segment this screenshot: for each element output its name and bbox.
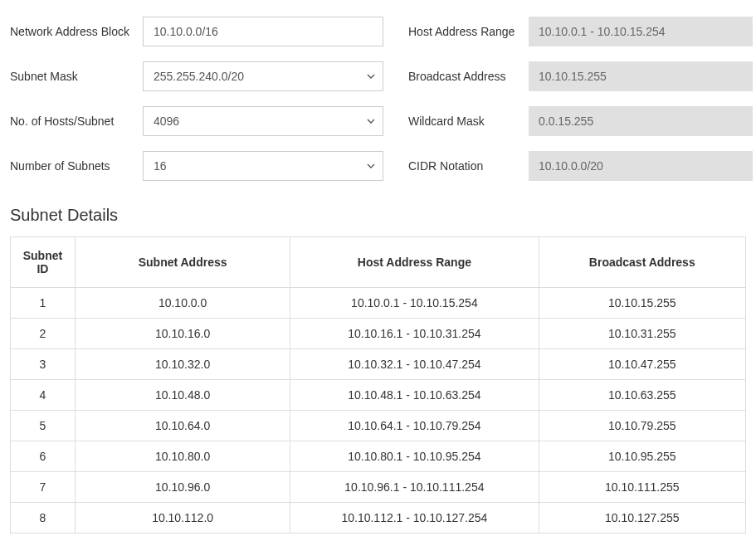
cell-range: 10.10.32.1 - 10.10.47.254 <box>290 349 539 380</box>
cell-address: 10.10.16.0 <box>75 319 290 349</box>
cell-id: 6 <box>11 441 76 472</box>
cell-broadcast: 10.10.111.255 <box>539 472 745 503</box>
cell-range: 10.10.48.1 - 10.10.63.254 <box>290 380 539 411</box>
hosts-per-subnet-label: No. of Hosts/Subnet <box>10 114 143 129</box>
cell-broadcast: 10.10.63.255 <box>539 380 745 411</box>
cell-id: 5 <box>11 411 76 441</box>
cell-broadcast: 10.10.95.255 <box>539 441 745 472</box>
cell-address: 10.10.112.0 <box>75 503 290 534</box>
cell-broadcast: 10.10.15.255 <box>539 288 745 319</box>
subnet-mask-label: Subnet Mask <box>10 69 143 84</box>
cell-id: 8 <box>11 503 76 534</box>
number-of-subnets-select[interactable]: 16 <box>143 151 383 181</box>
cell-broadcast: 10.10.31.255 <box>539 319 745 349</box>
number-of-subnets-field: 16 <box>143 151 383 181</box>
table-row: 210.10.16.010.10.16.1 - 10.10.31.25410.1… <box>11 319 746 349</box>
cell-id: 3 <box>11 349 76 380</box>
hosts-per-subnet-select[interactable]: 4096 <box>143 106 383 136</box>
cell-broadcast: 10.10.79.255 <box>539 411 745 441</box>
cell-address: 10.10.48.0 <box>75 380 290 411</box>
hosts-per-subnet-field: 4096 <box>143 106 383 136</box>
table-row: 410.10.48.010.10.48.1 - 10.10.63.25410.1… <box>11 380 746 411</box>
cell-id: 7 <box>11 472 76 503</box>
broadcast-address-value: 10.10.15.255 <box>529 61 753 91</box>
cell-range: 10.10.112.1 - 10.10.127.254 <box>290 503 539 534</box>
table-row: 610.10.80.010.10.80.1 - 10.10.95.25410.1… <box>11 441 746 472</box>
col-header-address: Subnet Address <box>75 237 290 288</box>
cell-broadcast: 10.10.47.255 <box>539 349 745 380</box>
number-of-subnets-label: Number of Subnets <box>10 158 143 173</box>
subnet-details-title: Subnet Details <box>10 206 746 225</box>
host-address-range-label: Host Address Range <box>383 24 529 39</box>
cell-range: 10.10.96.1 - 10.10.111.254 <box>290 472 539 503</box>
subnet-mask-field: 255.255.240.0/20 <box>143 61 383 91</box>
cell-broadcast: 10.10.127.255 <box>539 503 745 534</box>
network-address-block-input[interactable] <box>143 17 383 46</box>
col-header-broadcast: Broadcast Address <box>539 237 745 288</box>
cidr-notation-label: CIDR Notation <box>383 158 529 173</box>
wildcard-mask-label: Wildcard Mask <box>383 114 529 129</box>
network-address-block-label: Network Address Block <box>10 24 143 39</box>
table-row: 310.10.32.010.10.32.1 - 10.10.47.25410.1… <box>11 349 746 380</box>
cell-range: 10.10.80.1 - 10.10.95.254 <box>290 441 539 472</box>
subnet-form: Network Address Block Host Address Range… <box>10 17 746 181</box>
wildcard-mask-value: 0.0.15.255 <box>529 106 753 136</box>
cell-range: 10.10.16.1 - 10.10.31.254 <box>290 319 539 349</box>
cell-address: 10.10.32.0 <box>75 349 290 380</box>
table-row: 510.10.64.010.10.64.1 - 10.10.79.25410.1… <box>11 411 746 441</box>
cell-address: 10.10.64.0 <box>75 411 290 441</box>
broadcast-address-label: Broadcast Address <box>383 69 529 84</box>
table-header-row: Subnet ID Subnet Address Host Address Ra… <box>11 237 746 288</box>
col-header-id: Subnet ID <box>11 237 76 288</box>
table-row: 810.10.112.010.10.112.1 - 10.10.127.2541… <box>11 503 746 534</box>
table-row: 710.10.96.010.10.96.1 - 10.10.111.25410.… <box>11 472 746 503</box>
cell-address: 10.10.96.0 <box>75 472 290 503</box>
cell-id: 1 <box>11 288 76 319</box>
table-row: 110.10.0.010.10.0.1 - 10.10.15.25410.10.… <box>11 288 746 319</box>
subnet-details-table: Subnet ID Subnet Address Host Address Ra… <box>10 236 746 534</box>
cell-id: 4 <box>11 380 76 411</box>
subnet-mask-select[interactable]: 255.255.240.0/20 <box>143 61 383 91</box>
cell-range: 10.10.64.1 - 10.10.79.254 <box>290 411 539 441</box>
cell-id: 2 <box>11 319 76 349</box>
col-header-range: Host Address Range <box>290 237 539 288</box>
network-address-block-field <box>143 17 383 46</box>
cell-address: 10.10.80.0 <box>75 441 290 472</box>
cell-range: 10.10.0.1 - 10.10.15.254 <box>290 288 539 319</box>
cell-address: 10.10.0.0 <box>75 288 290 319</box>
cidr-notation-value: 10.10.0.0/20 <box>529 151 753 181</box>
host-address-range-value: 10.10.0.1 - 10.10.15.254 <box>529 17 753 46</box>
